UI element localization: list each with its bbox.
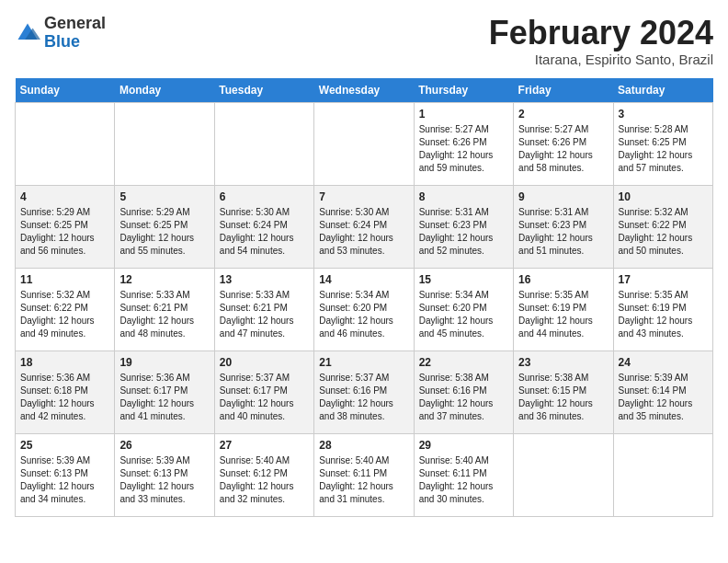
day-number: 11 [20,272,109,288]
day-info: Daylight: 12 hours and 53 minutes. [319,232,408,258]
day-info: Sunset: 6:17 PM [119,385,209,397]
day-number: 22 [419,355,508,371]
calendar-cell: 9Sunrise: 5:31 AMSunset: 6:23 PMDaylight… [514,185,613,268]
day-info: Daylight: 12 hours and 42 minutes. [20,397,109,423]
day-info: Sunrise: 5:29 AM [119,206,209,219]
calendar-cell: 5Sunrise: 5:29 AMSunset: 6:25 PMDaylight… [115,185,214,268]
day-info: Sunrise: 5:36 AM [119,372,209,385]
calendar-cell: 29Sunrise: 5:40 AMSunset: 6:11 PMDayligh… [414,433,513,516]
calendar-cell: 24Sunrise: 5:39 AMSunset: 6:14 PMDayligh… [613,350,712,433]
day-info: Sunrise: 5:37 AM [220,372,309,385]
day-info: Sunrise: 5:39 AM [119,454,209,467]
day-info: Sunrise: 5:38 AM [518,372,608,385]
day-info: Daylight: 12 hours and 50 minutes. [619,232,708,258]
calendar-cell: 22Sunrise: 5:38 AMSunset: 6:16 PMDayligh… [414,350,513,433]
day-number: 20 [220,355,309,371]
day-info: Daylight: 12 hours and 40 minutes. [220,397,309,423]
day-number: 27 [220,438,309,454]
day-header-monday: Monday [115,78,214,103]
day-info: Sunrise: 5:30 AM [319,206,408,219]
day-number: 26 [119,438,209,454]
day-number: 14 [319,272,408,288]
day-info: Sunset: 6:19 PM [619,302,708,315]
day-number: 1 [419,107,508,122]
day-info: Sunrise: 5:34 AM [319,289,408,302]
day-info: Daylight: 12 hours and 56 minutes. [20,232,109,258]
day-info: Sunset: 6:11 PM [319,467,408,480]
day-info: Daylight: 12 hours and 43 minutes. [619,315,708,340]
location: Itarana, Espirito Santo, Brazil [489,52,713,67]
day-info: Sunrise: 5:31 AM [419,206,508,219]
day-number: 4 [20,190,109,205]
day-info: Sunset: 6:21 PM [220,302,309,315]
calendar-cell [314,102,414,185]
calendar-cell: 10Sunrise: 5:32 AMSunset: 6:22 PMDayligh… [613,185,712,268]
day-info: Sunset: 6:26 PM [419,136,508,149]
logo-text: General Blue [44,15,106,52]
day-info: Sunset: 6:22 PM [20,302,109,315]
day-info: Sunset: 6:20 PM [419,302,508,315]
day-number: 29 [419,438,508,454]
calendar-cell: 17Sunrise: 5:35 AMSunset: 6:19 PMDayligh… [613,268,712,350]
calendar-cell: 2Sunrise: 5:27 AMSunset: 6:26 PMDaylight… [514,102,613,185]
calendar-cell: 8Sunrise: 5:31 AMSunset: 6:23 PMDaylight… [414,185,513,268]
calendar-week-0: 1Sunrise: 5:27 AMSunset: 6:26 PMDaylight… [16,102,713,185]
day-info: Sunrise: 5:28 AM [619,123,708,136]
day-header-saturday: Saturday [613,78,712,103]
day-info: Sunset: 6:18 PM [20,385,109,397]
day-info: Sunset: 6:24 PM [319,219,408,232]
logo: General Blue [15,15,106,52]
calendar-table: SundayMondayTuesdayWednesdayThursdayFrid… [15,78,713,517]
day-info: Sunrise: 5:36 AM [20,372,109,385]
day-header-thursday: Thursday [414,78,513,103]
day-info: Sunrise: 5:34 AM [419,289,508,302]
logo-general-text: General [44,14,106,32]
calendar-cell: 15Sunrise: 5:34 AMSunset: 6:20 PMDayligh… [414,268,513,350]
day-info: Sunset: 6:19 PM [518,302,608,315]
logo-icon [15,20,40,46]
day-number: 3 [619,107,708,122]
calendar-cell: 11Sunrise: 5:32 AMSunset: 6:22 PMDayligh… [16,268,115,350]
day-number: 24 [619,355,708,371]
day-info: Daylight: 12 hours and 32 minutes. [220,480,309,506]
day-number: 10 [619,190,708,205]
day-header-sunday: Sunday [16,78,115,103]
day-info: Daylight: 12 hours and 47 minutes. [220,315,309,340]
day-info: Daylight: 12 hours and 35 minutes. [619,397,708,423]
day-info: Daylight: 12 hours and 41 minutes. [119,397,209,423]
day-info: Daylight: 12 hours and 38 minutes. [319,397,408,423]
calendar-cell [613,433,712,516]
day-info: Sunset: 6:23 PM [419,219,508,232]
day-info: Daylight: 12 hours and 37 minutes. [419,397,508,423]
calendar-cell: 3Sunrise: 5:28 AMSunset: 6:25 PMDaylight… [613,102,712,185]
day-header-friday: Friday [514,78,613,103]
day-info: Sunset: 6:22 PM [619,219,708,232]
day-info: Sunrise: 5:38 AM [419,372,508,385]
day-info: Daylight: 12 hours and 55 minutes. [119,232,209,258]
day-info: Sunrise: 5:37 AM [319,372,408,385]
day-info: Sunset: 6:21 PM [119,302,209,315]
page-header: General Blue February 2024 Itarana, Espi… [15,15,713,67]
day-info: Daylight: 12 hours and 57 minutes. [619,149,708,175]
day-info: Daylight: 12 hours and 46 minutes. [319,315,408,340]
day-info: Sunset: 6:20 PM [319,302,408,315]
day-info: Sunrise: 5:40 AM [220,454,309,467]
day-number: 25 [20,438,109,454]
day-header-tuesday: Tuesday [214,78,313,103]
day-info: Daylight: 12 hours and 44 minutes. [518,315,608,340]
day-info: Sunset: 6:23 PM [518,219,608,232]
day-number: 16 [518,272,608,288]
day-info: Sunset: 6:17 PM [220,385,309,397]
day-number: 13 [220,272,309,288]
day-info: Sunset: 6:14 PM [619,385,708,397]
day-info: Sunset: 6:11 PM [419,467,508,480]
day-info: Daylight: 12 hours and 58 minutes. [518,149,608,175]
day-info: Sunset: 6:13 PM [20,467,109,480]
calendar-week-2: 11Sunrise: 5:32 AMSunset: 6:22 PMDayligh… [16,268,713,350]
day-info: Daylight: 12 hours and 34 minutes. [20,480,109,506]
day-info: Sunset: 6:25 PM [20,219,109,232]
day-info: Daylight: 12 hours and 48 minutes. [119,315,209,340]
day-info: Sunrise: 5:32 AM [619,206,708,219]
day-number: 17 [619,272,708,288]
day-info: Daylight: 12 hours and 45 minutes. [419,315,508,340]
